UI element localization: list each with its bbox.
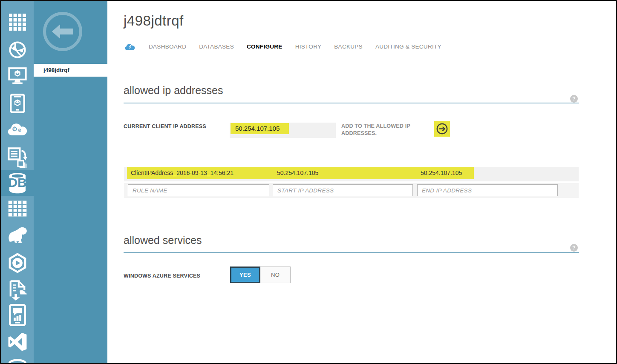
current-ip-value: 50.254.107.105: [231, 123, 289, 134]
windows-azure-services-label: WINDOWS AZURE SERVICES: [124, 273, 200, 279]
import-export-icon[interactable]: [1, 280, 34, 301]
help-icon[interactable]: ?: [570, 95, 578, 103]
page-title: j498jdtrqf: [124, 13, 184, 29]
arrow-right-circle-icon: [436, 123, 448, 135]
azure-services-toggle: YES NO: [230, 267, 291, 283]
all-items-icon[interactable]: [1, 14, 34, 31]
tab-bar: DASHBOARD DATABASES CONFIGURE HISTORY BA…: [124, 43, 441, 51]
current-ip-label: CURRENT CLIENT IP ADDRESS: [124, 123, 206, 129]
rule-end-ip-cell: 50.254.107.105: [421, 167, 462, 179]
tab-auditing-security[interactable]: AUDITING & SECURITY: [375, 43, 441, 50]
section-divider: [124, 103, 579, 103]
rule-name-cell: ClientIPAddress_2016-09-13_14:56:21: [131, 167, 234, 179]
gear-icon: ⚙: [12, 126, 17, 132]
add-ip-hint: ADD TO THE ALLOWED IP ADDRESSES.: [341, 123, 418, 137]
nav-item-label: j498jdtrqf: [43, 64, 107, 77]
batch-icon[interactable]: [1, 147, 34, 168]
azure-portal-window: ⚙ ⚙ DB: [0, 0, 617, 364]
visual-studio-icon[interactable]: [1, 332, 34, 352]
toggle-no-button[interactable]: NO: [260, 267, 291, 283]
end-ip-input[interactable]: [417, 184, 558, 196]
rule-name-input[interactable]: [128, 184, 269, 196]
db-icon-label: DB: [9, 175, 26, 189]
mobile-engagement-icon[interactable]: [1, 304, 34, 326]
gear-icon: ⚙: [17, 128, 22, 133]
allowed-ip-heading: allowed ip addresses: [124, 84, 223, 97]
allowed-services-heading: allowed services: [124, 234, 202, 246]
tab-backups[interactable]: BACKUPS: [334, 43, 363, 50]
nav-panel: j498jdtrqf: [34, 1, 107, 363]
back-button[interactable]: [43, 12, 82, 51]
help-icon[interactable]: ?: [570, 244, 578, 252]
service-icon-sidebar: ⚙ ⚙ DB: [1, 1, 34, 363]
add-ip-button[interactable]: [434, 121, 450, 137]
tab-dashboard[interactable]: DASHBOARD: [149, 43, 186, 50]
ip-rule-row[interactable]: ClientIPAddress_2016-09-13_14:56:21 50.2…: [124, 167, 579, 181]
tab-databases[interactable]: DATABASES: [199, 43, 234, 50]
tables-icon[interactable]: [1, 200, 34, 217]
current-ip-box: 50.254.107.105: [230, 123, 336, 138]
tab-configure[interactable]: CONFIGURE: [247, 43, 283, 50]
mobile-services-icon[interactable]: [1, 94, 34, 113]
virtual-machines-icon[interactable]: [1, 67, 34, 84]
section-divider: [124, 252, 579, 253]
tab-history[interactable]: HISTORY: [295, 43, 322, 50]
nav-item-server[interactable]: j498jdtrqf: [34, 64, 107, 77]
new-rule-row: [124, 183, 579, 198]
back-arrow-icon: [52, 23, 74, 40]
start-ip-input[interactable]: [273, 184, 413, 196]
cloud-services-icon[interactable]: ⚙ ⚙: [1, 121, 34, 138]
rule-start-ip-cell: 50.254.107.105: [277, 167, 318, 179]
main-content: j498jdtrqf DASHBOARD DATABASES CONFIGURE…: [107, 1, 616, 363]
media-services-icon[interactable]: [1, 253, 34, 273]
toggle-yes-button[interactable]: YES: [230, 267, 260, 283]
web-sites-icon[interactable]: [1, 40, 34, 59]
cloud-lightning-icon: [124, 43, 136, 51]
sql-databases-icon[interactable]: DB: [1, 172, 34, 195]
hdinsight-icon[interactable]: [1, 226, 34, 244]
cache-icon[interactable]: [1, 358, 34, 364]
